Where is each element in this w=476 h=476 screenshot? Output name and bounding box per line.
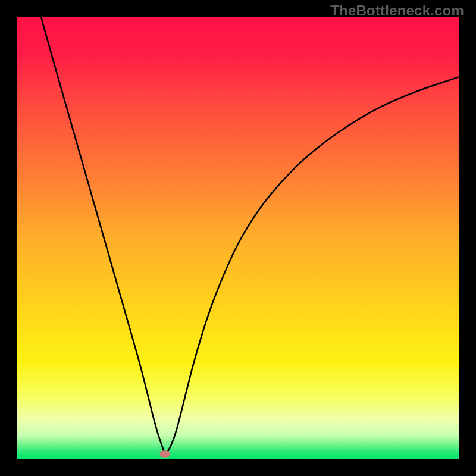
gradient-background [17, 17, 459, 459]
marker-group [160, 451, 170, 458]
plot-area [17, 17, 459, 459]
chart-svg [17, 17, 459, 459]
optimum-marker [160, 451, 170, 458]
chart-container: TheBottleneck.com [0, 0, 476, 476]
